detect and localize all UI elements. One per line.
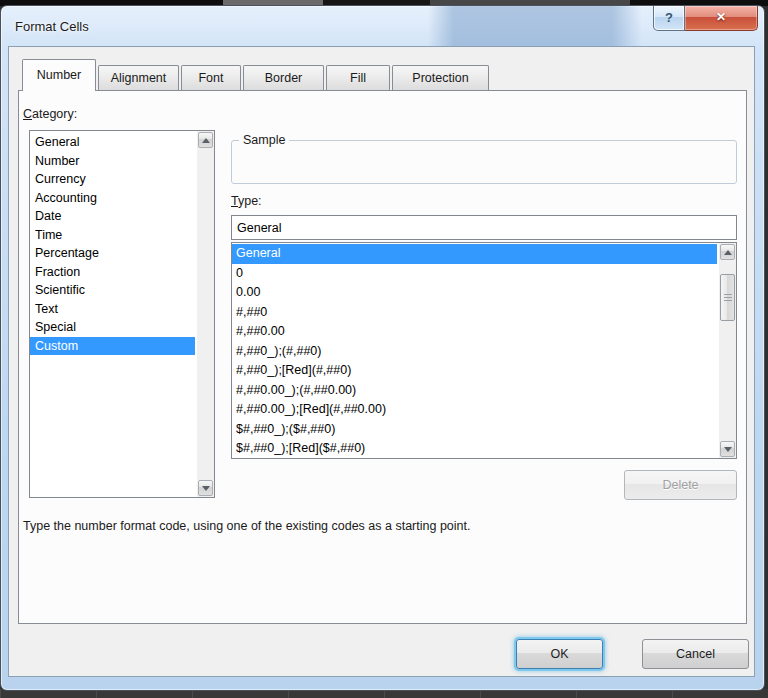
sample-group-label: Sample xyxy=(239,133,289,147)
category-label: Category: xyxy=(23,107,77,121)
type-label-rest: ype: xyxy=(238,194,262,208)
category-item[interactable]: Percentage xyxy=(30,244,195,263)
category-list[interactable]: General Number Currency Accounting Date … xyxy=(29,130,215,498)
type-item[interactable]: #,##0 xyxy=(232,303,717,323)
type-item[interactable]: 0.00 xyxy=(232,283,717,303)
type-list-scrollbar[interactable] xyxy=(719,243,736,458)
category-item[interactable]: Fraction xyxy=(30,263,195,282)
type-item[interactable]: #,##0.00_);[Red](#,##0.00) xyxy=(232,400,717,420)
dialog-client-area: Number Alignment Font Border Fill Protec… xyxy=(8,46,755,677)
category-scrollbar[interactable] xyxy=(197,131,214,497)
hint-text: Type the number format code, using one o… xyxy=(23,519,743,533)
type-item[interactable]: #,##0_);(#,##0) xyxy=(232,342,717,362)
category-label-accel: C xyxy=(23,107,32,121)
category-item[interactable]: Scientific xyxy=(30,281,195,300)
type-item[interactable]: #,##0.00_);(#,##0.00) xyxy=(232,381,717,401)
titlebar[interactable]: Format Cells xyxy=(1,6,764,46)
tab-font[interactable]: Font xyxy=(181,65,241,90)
category-item[interactable]: General xyxy=(30,133,195,152)
type-item[interactable]: #,##0.00 xyxy=(232,322,717,342)
number-tab-panel: Category: General Number Currency Accoun… xyxy=(18,90,747,624)
scroll-down-button[interactable] xyxy=(198,480,213,496)
scroll-up-button[interactable] xyxy=(198,132,213,148)
type-label: Type: xyxy=(231,194,262,208)
scroll-down-button[interactable] xyxy=(720,441,735,457)
format-cells-dialog: Format Cells ? ✕ Number Alignment Font B… xyxy=(0,5,765,691)
type-item[interactable]: $#,##0_);($#,##0) xyxy=(232,420,717,440)
category-item[interactable]: Text xyxy=(30,300,195,319)
tab-protection[interactable]: Protection xyxy=(392,65,489,90)
scroll-up-icon xyxy=(202,138,210,143)
help-icon: ? xyxy=(665,10,673,25)
sample-group xyxy=(231,140,737,184)
window-buttons: ? ✕ xyxy=(653,6,758,31)
close-icon: ✕ xyxy=(716,10,726,24)
dialog-title: Format Cells xyxy=(15,19,89,34)
ok-button[interactable]: OK xyxy=(516,639,603,669)
category-item[interactable]: Time xyxy=(30,226,195,245)
category-label-rest: ategory: xyxy=(32,107,77,121)
tab-number[interactable]: Number xyxy=(22,59,96,91)
help-button[interactable]: ? xyxy=(653,6,685,31)
tab-border[interactable]: Border xyxy=(243,65,324,90)
type-format-list[interactable]: General 0 0.00 #,##0 #,##0.00 #,##0_);(#… xyxy=(231,242,737,459)
tab-fill[interactable]: Fill xyxy=(326,65,390,90)
scroll-down-icon xyxy=(202,486,210,491)
scroll-up-icon xyxy=(724,250,732,255)
type-item[interactable]: #,##0_);[Red](#,##0) xyxy=(232,361,717,381)
type-item[interactable]: $#,##0_);[Red]($#,##0) xyxy=(232,439,717,459)
type-item[interactable]: 0 xyxy=(232,264,717,284)
type-input[interactable] xyxy=(231,215,737,240)
scrollbar-thumb[interactable] xyxy=(720,274,735,321)
category-item[interactable]: Number xyxy=(30,152,195,171)
delete-button: Delete xyxy=(624,470,737,500)
category-item[interactable]: Special xyxy=(30,318,195,337)
type-label-accel: T xyxy=(231,194,238,208)
close-button[interactable]: ✕ xyxy=(685,6,758,31)
category-item[interactable]: Date xyxy=(30,207,195,226)
type-item-selected[interactable]: General xyxy=(232,244,717,264)
cancel-button[interactable]: Cancel xyxy=(642,639,749,669)
category-item[interactable]: Currency xyxy=(30,170,195,189)
scroll-down-icon xyxy=(724,447,732,452)
category-item-selected[interactable]: Custom xyxy=(30,337,195,356)
tab-alignment[interactable]: Alignment xyxy=(98,65,179,90)
scroll-up-button[interactable] xyxy=(720,244,735,260)
category-item[interactable]: Accounting xyxy=(30,189,195,208)
